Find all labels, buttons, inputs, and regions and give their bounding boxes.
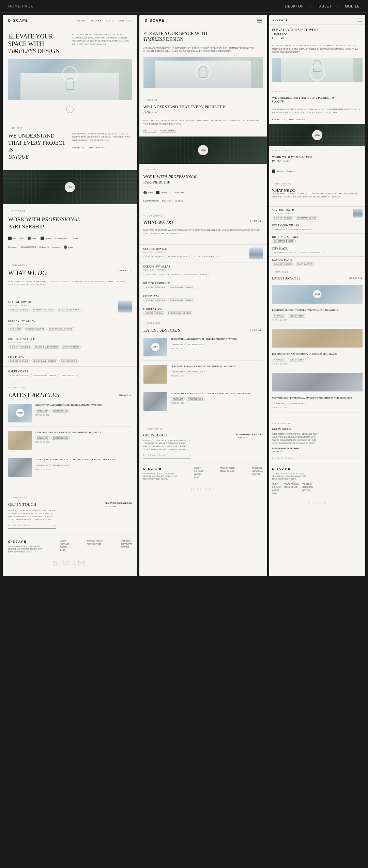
footer-works-t[interactable]: WORKS xyxy=(194,473,203,475)
scroll-arrow-desktop[interactable]: ↓ xyxy=(8,103,132,116)
nav-contact[interactable]: CONTACT xyxy=(118,19,132,22)
footer-facebook-m[interactable]: FACEBOOK xyxy=(302,483,313,485)
footer-contact-m[interactable]: CONTACT xyxy=(272,486,281,488)
project-ocean-tablet[interactable]: OCEANVIEW VILLAS USA · USA · FRANCE SITE… xyxy=(139,262,267,279)
article-3-mobile[interactable]: SUSTAINABLE MATERIALS: A GUIDE FOR ARCHI… xyxy=(272,373,363,413)
nav-blog[interactable]: BLOG xyxy=(106,19,114,22)
nav-works[interactable]: WORKS xyxy=(91,19,102,22)
atag-min3t: MINIMALISM xyxy=(171,397,185,401)
desktop-label[interactable]: DESKTOP xyxy=(285,4,304,8)
footer-contact-t[interactable]: CONTACT xyxy=(194,470,203,472)
about-us-link[interactable]: ABOUT US xyxy=(72,146,85,150)
footer-blog-m[interactable]: BLOG xyxy=(272,492,281,494)
mobile-label[interactable]: MOBILE xyxy=(345,4,360,8)
project-hilltop-desktop[interactable]: HILLTOP RESIDENCE ABC & LMAO · USA SCHEM… xyxy=(3,334,137,352)
footer-blog[interactable]: BLOG xyxy=(60,549,69,551)
project-hilltop-mobile[interactable]: HILLTOP RESIDENCE SCHEMATIC DESIGN xyxy=(269,233,365,245)
footer-facebook[interactable]: FACEBOOK xyxy=(121,540,132,542)
footer-works[interactable]: WORKS xyxy=(60,546,69,548)
show-all-articles-tablet[interactable]: SHOW ALL xyxy=(250,329,263,331)
footer-instagram[interactable]: INSTAGRAM xyxy=(121,543,132,545)
arch-window-mobile xyxy=(313,60,322,72)
tablet-label[interactable]: TABLET xyxy=(317,4,332,8)
project-oceanview-desktop[interactable]: OCEANVIEW VILLAS USA · USA · FRANCE SITE… xyxy=(3,316,137,334)
project-ocean-mobile[interactable]: OCEANVIEW VILLAS SITE AUDIT SCHEMATIC DE… xyxy=(269,222,365,233)
article-tag-mod2: MODERN DESIGN xyxy=(51,436,70,440)
view-switcher[interactable]: DESKTOP + TABLET + MOBILE xyxy=(285,4,360,8)
footer-about-t[interactable]: ABOUT xyxy=(194,467,203,469)
scroll-down-icon[interactable]: ↓ xyxy=(66,106,74,113)
benefit-left: WE UNDERSTAND THAT EVERY PROJECT IS UNIQ… xyxy=(8,132,68,165)
email-submit-icon[interactable]: → xyxy=(53,524,56,527)
article-1-mobile[interactable]: MORE RESIDENTIAL ARCHITECTURE: TRENDS AN… xyxy=(272,285,363,325)
footer-about-m[interactable]: ABOUT xyxy=(272,483,281,485)
article-2-desktop[interactable]: DESIGNING FOR ACCESSIBILITY IN COMMERCIA… xyxy=(8,431,132,454)
article-1-tablet[interactable]: MORE RESIDENTIAL ARCHITECTURE: TRENDS AN… xyxy=(143,338,263,361)
what-desc-desktop: OUR TEAM OF EXPERTS WORKS WITH CLIENTS T… xyxy=(8,280,132,287)
nav-about[interactable]: ABOUT xyxy=(77,19,87,22)
footer-terms[interactable]: TERMS OF USE xyxy=(87,543,103,545)
article-2-mobile[interactable]: DESIGNING FOR ACCESSIBILITY IN COMMERCIA… xyxy=(272,329,363,369)
tags-skyline-t: CONCEPT DESIGN SCHEMATIC DESIGN DESIGN D… xyxy=(143,255,218,258)
footer-twitter-m[interactable]: TWITTER xyxy=(302,489,313,491)
project-city-mobile[interactable]: CITY PLAZA SCHEMATIC DESIGN DESIGN DEVEL… xyxy=(269,245,365,256)
show-all-articles-desktop[interactable]: SHOW ALL xyxy=(119,394,132,396)
footer-terms-m[interactable]: TERMS OF USE xyxy=(283,486,299,488)
footer-privacy[interactable]: PRIVACY POLICY xyxy=(87,540,103,542)
our-works-link-tablet[interactable]: OUR WORKS xyxy=(160,130,177,132)
our-works-link[interactable]: OUR WORKS xyxy=(89,146,105,150)
project-tags-skyline: CONCEPT DESIGN SCHEMATIC DESIGN DESIGN D… xyxy=(8,308,83,311)
email-submit-icon-mobile[interactable]: → xyxy=(360,456,363,460)
contact-email-input-desktop[interactable]: ENTER YOUR EMAIL → xyxy=(8,524,56,529)
footer-about[interactable]: ABOUT xyxy=(60,540,69,542)
footer-privacy-t[interactable]: PRIVACY POLICY xyxy=(220,467,235,469)
email-submit-icon-tablet[interactable]: → xyxy=(188,454,191,457)
hamburger-tablet[interactable] xyxy=(257,19,262,22)
project-tags-city: CONCEPT DESIGN DESIGN DEVELOPMENT CONSTR… xyxy=(8,359,79,363)
about-us-link-tablet[interactable]: ABOUT US xyxy=(143,130,157,132)
show-all-articles-mobile[interactable]: SHOW ALL xyxy=(349,277,363,279)
show-all-works-desktop[interactable]: SHOW ALL xyxy=(119,270,132,272)
show-all-works-tablet[interactable]: SHOW ALL xyxy=(250,220,263,222)
contact-email-input-tablet[interactable]: ENTER YOUR EMAIL → xyxy=(143,454,191,459)
tablet-column: D-SCAPE ELEVATE YOUR SPACE WITH TIMELESS… xyxy=(139,15,267,576)
benefit-label-desktop: BENEFIT xyxy=(8,127,132,130)
footer-works-m[interactable]: WORKS xyxy=(272,489,281,491)
article-1-desktop[interactable]: MORE RESIDENTIAL ARCHITECTURE: TRENDS AN… xyxy=(8,404,132,427)
footer-terms-t[interactable]: TERMS OF USE xyxy=(220,470,235,472)
site-nav-desktop[interactable]: ABOUT WORKS BLOG CONTACT xyxy=(77,19,132,22)
footer-contact[interactable]: CONTACT xyxy=(60,543,69,545)
project-garden-tablet[interactable]: GARDEN OASIS CONCEPT DESIGN DESIGN DEVEL… xyxy=(139,305,267,318)
hamburger-mobile[interactable] xyxy=(357,18,362,21)
footer-facebook-t[interactable]: FACEBOOK xyxy=(252,467,263,469)
project-skyline-tablet[interactable]: SKYLINE TOWERS LAS LIOS · FRANCE CONCEPT… xyxy=(139,244,267,262)
hero-mobile: ELEVATE YOUR SPACE WITH TIMELESS DESIGN … xyxy=(269,25,365,87)
contact-left-tablet: GET IN TOUCH INTERESTED IN WORKING WITH … xyxy=(143,433,191,459)
more-badge-1m: MORE xyxy=(313,290,321,298)
footer-privacy-m[interactable]: PRIVACY POLICY xyxy=(283,483,299,485)
article-3-tablet[interactable]: SUSTAINABLE MATERIALS: A GUIDE FOR ARCHI… xyxy=(143,392,263,415)
about-us-link-mobile[interactable]: ABOUT US xyxy=(272,118,285,121)
what-label-tablet: OUR WORKS xyxy=(143,214,263,217)
footer-instagram-m[interactable]: INSTAGRAM xyxy=(302,486,313,488)
article-3-desktop[interactable]: SUSTAINABLE MATERIALS: A GUIDE FOR ARCHI… xyxy=(8,458,132,481)
project-skyline-desktop[interactable]: SKYLINE TOWERS LAS LIOS · FRANCE CONCEPT… xyxy=(3,297,137,316)
article-2-tablet[interactable]: DESIGNING FOR ACCESSIBILITY IN COMMERCIA… xyxy=(143,365,263,388)
project-hill-tablet[interactable]: HILLTOP RESIDENCE SCHEMATIC DESIGN DESIG… xyxy=(139,279,267,292)
benefit-links-desktop[interactable]: ABOUT US OUR WORKS xyxy=(72,146,132,150)
footer-instagram-t[interactable]: INSTAGRAM xyxy=(252,470,263,472)
footer-twitter[interactable]: TWITTER xyxy=(121,546,132,548)
project-city-tablet[interactable]: CITY PLAZA SCHEMATIC DESIGN DESIGN DEVEL… xyxy=(139,292,267,305)
footer-twitter-t[interactable]: TWITTER xyxy=(252,473,263,475)
article-date-2m: MARCH 21 2024 xyxy=(272,363,363,365)
project-cityplaza-desktop[interactable]: CITY PLAZA CONCEPT DESIGN DESIGN DEVELOP… xyxy=(3,352,137,366)
project-garden-mobile[interactable]: GARDEN OASIS CONCEPT DESIGN CONSTRUCTION xyxy=(269,256,365,268)
benefit-links-mobile[interactable]: ABOUT US OUR WORKS xyxy=(272,118,363,121)
benefit-links-tablet[interactable]: ABOUT US OUR WORKS xyxy=(143,130,263,132)
contact-email-input-mobile[interactable]: ENTER YOUR EMAIL → xyxy=(272,456,363,461)
project-garden-desktop[interactable]: GARDEN OASIS CONCEPT DESIGN DESIGN DEVEL… xyxy=(3,366,137,381)
our-works-link-mobile[interactable]: OUR WORKS xyxy=(289,118,305,121)
project-skyline-mobile[interactable]: SKYLINE TOWERS LAS LIOS · FRANCE CONCEPT… xyxy=(269,206,365,222)
partners-section-mobile: PARTNERS WORK WITH PROFESSIONAL PARTNERS… xyxy=(269,146,365,179)
footer-blog-t[interactable]: BLOG xyxy=(194,476,203,478)
